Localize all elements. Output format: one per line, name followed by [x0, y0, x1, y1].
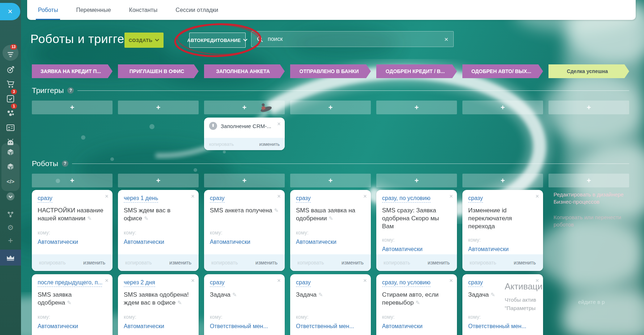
sidebar-item-community[interactable]: [0, 107, 21, 119]
robot-assignee-link[interactable]: Ответственный мен...: [210, 323, 279, 330]
robot-assignee-link[interactable]: Ответственный мен...: [296, 323, 365, 330]
robot-delay-link[interactable]: сразу: [296, 195, 311, 203]
robot-card[interactable]: × сразу SMS анкета получена✎ кому: Автом…: [204, 190, 285, 271]
robot-card[interactable]: × сразу Задача✎ кому: Ответственный мен.…: [462, 274, 543, 335]
add-trigger-button[interactable]: +: [118, 101, 199, 114]
pipeline-selector-button[interactable]: АВТОКРЕДИТОВАНИЕ: [189, 33, 246, 48]
edit-action[interactable]: изменить: [83, 260, 105, 266]
robot-card[interactable]: × сразу Изменение id переключателя перех…: [462, 190, 543, 271]
stage-pill[interactable]: ЗАПОЛНЕНА АНКЕТА: [204, 64, 285, 78]
add-robot-button[interactable]: +: [548, 174, 629, 187]
edit-action[interactable]: изменить: [169, 260, 191, 266]
open-designer-link[interactable]: Редактировать в дизайнере Бизнес-процесс…: [554, 191, 628, 206]
close-icon[interactable]: ×: [363, 193, 367, 199]
sidebar-item-tasks[interactable]: [0, 93, 21, 105]
trigger-card[interactable]: × Заполнение CRM-... копировать изменить: [204, 118, 285, 150]
create-button[interactable]: СОЗДАТЬ: [124, 33, 164, 48]
edit-action[interactable]: изменить: [255, 260, 277, 266]
robot-card[interactable]: × сразу, по условию SMS сразу: Заявка од…: [376, 190, 457, 271]
sidebar-item-filter[interactable]: [0, 48, 21, 61]
copy-move-robots-link[interactable]: Копировать или перенести роботов: [554, 214, 628, 229]
close-icon[interactable]: ×: [191, 277, 195, 284]
close-panel-button[interactable]: ×: [0, 3, 20, 20]
close-icon[interactable]: ×: [363, 277, 367, 284]
close-icon[interactable]: ×: [449, 277, 453, 284]
close-icon[interactable]: ×: [277, 121, 281, 127]
close-icon[interactable]: ×: [535, 277, 539, 284]
stage-pill[interactable]: ОДОБРЕН АВТО/ ВЫХ...: [462, 64, 543, 78]
robot-assignee-link[interactable]: Автоматически: [468, 246, 537, 253]
stage-pill[interactable]: ОТПРАВЛЕНО В БАНКИ: [290, 64, 371, 78]
edit-action[interactable]: изменить: [514, 260, 536, 266]
copy-action[interactable]: копировать: [125, 260, 152, 266]
add-robot-button[interactable]: +: [462, 174, 543, 187]
robot-assignee-link[interactable]: Автоматически: [382, 323, 451, 330]
search-input[interactable]: [268, 36, 440, 42]
add-trigger-button[interactable]: +: [376, 101, 457, 114]
robot-card[interactable]: × сразу, по условию Стираем авто, если п…: [376, 274, 457, 335]
add-robot-button[interactable]: +: [118, 174, 199, 187]
robot-delay-link[interactable]: после предыдущего, п...: [38, 279, 102, 287]
copy-action[interactable]: копировать: [297, 260, 324, 266]
copy-action[interactable]: копировать: [384, 260, 410, 266]
sidebar-item-developer[interactable]: </>: [0, 175, 21, 187]
edit-pencil-icon[interactable]: ✎: [177, 300, 182, 306]
sidebar-item-catalog[interactable]: [0, 146, 21, 158]
tab-constants[interactable]: Константы: [129, 0, 158, 20]
close-icon[interactable]: ×: [277, 277, 281, 284]
sidebar-item-shop[interactable]: [0, 78, 21, 90]
robot-delay-link[interactable]: сразу: [468, 279, 483, 287]
stage-pill-success[interactable]: Сделка успешна: [548, 64, 629, 78]
sidebar-item-add[interactable]: +: [0, 234, 21, 247]
edit-pencil-icon[interactable]: ✎: [232, 292, 237, 298]
copy-action[interactable]: копировать: [470, 260, 496, 266]
tab-robots[interactable]: Роботы: [38, 0, 58, 20]
robot-assignee-link[interactable]: Автоматически: [210, 239, 279, 245]
robot-delay-link[interactable]: сразу, по условию: [382, 279, 431, 287]
stage-pill[interactable]: ЗАЯВКА НА КРЕДИТ П...: [32, 64, 113, 78]
robot-assignee-link[interactable]: Автоматически: [124, 239, 193, 245]
stage-pill[interactable]: ПРИГЛАШЕН В ОФИС: [118, 64, 199, 78]
robot-card[interactable]: × через 1 день SMS ждем вас в офисе✎ ком…: [118, 190, 199, 271]
sidebar-item-network[interactable]: [0, 208, 21, 221]
robot-delay-link[interactable]: сразу, по условию: [382, 195, 431, 203]
sidebar-item-contacts[interactable]: [0, 122, 21, 134]
robot-assignee-link[interactable]: Ответственный мен...: [468, 323, 537, 330]
robot-card[interactable]: × сразу НАСТРОЙКИ название нашей компани…: [32, 190, 113, 271]
tab-debug-sessions[interactable]: Сессии отладки: [175, 0, 218, 20]
add-trigger-button[interactable]: +: [462, 101, 543, 114]
add-trigger-button[interactable]: +: [32, 101, 113, 114]
robot-assignee-link[interactable]: Автоматически: [38, 323, 107, 330]
edit-action[interactable]: изменить: [259, 141, 280, 147]
robot-assignee-link[interactable]: Автоматически: [38, 239, 107, 245]
robot-assignee-link[interactable]: Автоматически: [124, 323, 193, 330]
stage-pill[interactable]: ОДОБРЕН КРЕДИТ / В...: [376, 64, 457, 78]
add-robot-button[interactable]: +: [32, 174, 113, 187]
close-icon[interactable]: ×: [449, 193, 453, 199]
robot-delay-link[interactable]: сразу: [296, 279, 311, 287]
add-trigger-button[interactable]: +: [290, 101, 371, 114]
sidebar-item-more[interactable]: [0, 190, 21, 203]
edit-pencil-icon[interactable]: ✎: [67, 300, 72, 306]
robot-delay-link[interactable]: через 2 дня: [124, 279, 155, 287]
help-icon[interactable]: ?: [67, 87, 74, 94]
close-icon[interactable]: ×: [535, 193, 539, 199]
robot-delay-link[interactable]: сразу: [210, 279, 225, 287]
tab-variables[interactable]: Переменные: [76, 0, 111, 20]
robot-assignee-link[interactable]: Автоматически: [382, 246, 451, 253]
copy-action[interactable]: копировать: [39, 260, 66, 266]
sidebar-item-goals[interactable]: [0, 64, 21, 76]
edit-pencil-icon[interactable]: ✎: [274, 207, 279, 213]
edit-pencil-icon[interactable]: ✎: [87, 215, 92, 221]
sidebar-item-storage[interactable]: [0, 161, 21, 173]
add-robot-button[interactable]: +: [204, 174, 285, 187]
robot-delay-link[interactable]: сразу: [468, 195, 483, 203]
edit-pencil-icon[interactable]: ✎: [415, 300, 420, 306]
robot-card[interactable]: × сразу Задача✎ кому: Ответственный мен.…: [290, 274, 371, 335]
robot-card[interactable]: × сразу SMS ваша заявка на одобрении✎ ко…: [290, 190, 371, 271]
search-clear-icon[interactable]: ×: [444, 36, 448, 43]
robot-card[interactable]: × сразу Задача✎ кому: Ответственный мен.…: [204, 274, 285, 335]
edit-pencil-icon[interactable]: ✎: [329, 215, 333, 221]
robot-delay-link[interactable]: сразу: [210, 195, 225, 203]
edit-pencil-icon[interactable]: ✎: [144, 215, 149, 221]
